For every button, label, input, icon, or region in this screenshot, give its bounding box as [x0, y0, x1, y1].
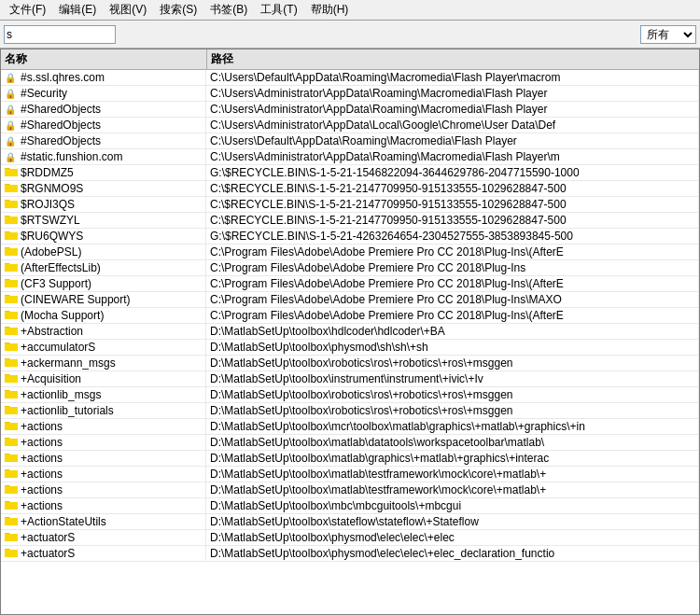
cell-name: 🔒#Security: [1, 86, 206, 101]
table-row[interactable]: +accumulatorSD:\MatlabSetUp\toolbox\phys…: [1, 340, 699, 356]
cell-path: D:\MatlabSetUp\toolbox\physmod\sh\sh\+sh: [206, 340, 699, 356]
table-row[interactable]: +actionsD:\MatlabSetUp\toolbox\matlab\te…: [1, 467, 699, 482]
folder-icon: [5, 214, 18, 227]
row-name: +actions: [21, 436, 63, 449]
search-input[interactable]: [4, 25, 116, 44]
table-row[interactable]: 🔒#SharedObjectsC:\Users\Administrator\Ap…: [1, 118, 699, 133]
cell-name: $RTSWZYL: [1, 213, 206, 228]
table-row[interactable]: +actionsD:\MatlabSetUp\toolbox\matlab\gr…: [1, 451, 699, 467]
cell-path: C:\Users\Administrator\AppData\Roaming\M…: [206, 149, 699, 165]
menu-edit[interactable]: 编辑(E): [53, 0, 102, 20]
row-name: +actions: [21, 468, 63, 481]
toolbar: 所有: [0, 21, 700, 49]
cell-path: D:\MatlabSetUp\toolbox\physmod\elec\elec…: [206, 530, 699, 546]
table-row[interactable]: +actionsD:\MatlabSetUp\toolbox\matlab\te…: [1, 482, 699, 498]
row-name: $RDDMZ5: [21, 166, 74, 179]
lock-icon: 🔒: [5, 105, 18, 115]
menu-view[interactable]: 视图(V): [104, 0, 152, 20]
table-row[interactable]: +ActionStateUtilsD:\MatlabSetUp\toolbox\…: [1, 514, 699, 530]
table-row[interactable]: (Mocha Support)C:\Program Files\Adobe\Ad…: [1, 308, 699, 324]
table-row[interactable]: $ROJI3QSC:\$RECYCLE.BIN\S-1-5-21-2147709…: [1, 197, 699, 213]
menu-tools[interactable]: 工具(T): [255, 0, 302, 20]
table-row[interactable]: 🔒#SharedObjectsC:\Users\Administrator\Ap…: [1, 102, 699, 118]
filter-select[interactable]: 所有: [640, 25, 696, 44]
table-row[interactable]: (CF3 Support)C:\Program Files\Adobe\Adob…: [1, 276, 699, 292]
cell-name: +accumulatorS: [1, 340, 206, 355]
table-row[interactable]: (CINEWARE Support)C:\Program Files\Adobe…: [1, 292, 699, 308]
lock-icon: 🔒: [5, 136, 18, 147]
table-row[interactable]: +actionsD:\MatlabSetUp\toolbox\mbc\mbcgu…: [1, 498, 699, 514]
cell-path: G:\$RECYCLE.BIN\S-1-5-21-4263264654-2304…: [206, 229, 699, 245]
cell-name: +ackermann_msgs: [1, 356, 206, 370]
cell-name: $RDDMZ5: [1, 165, 206, 180]
table-row[interactable]: $RTSWZYLC:\$RECYCLE.BIN\S-1-5-21-2147709…: [1, 213, 699, 229]
cell-name: (AfterEffectsLib): [1, 260, 206, 275]
table-row[interactable]: +AbstractionD:\MatlabSetUp\toolbox\hdlco…: [1, 324, 699, 340]
table-scroll[interactable]: 名称 路径 🔒#s.ssl.qhres.comC:\Users\Default\…: [1, 49, 699, 614]
folder-icon: [5, 293, 18, 306]
row-name: #s.ssl.qhres.com: [21, 71, 105, 84]
cell-path: D:\MatlabSetUp\toolbox\mcr\toolbox\matla…: [206, 419, 699, 435]
cell-name: +actions: [1, 419, 206, 434]
cell-name: +actions: [1, 482, 206, 497]
folder-icon: [5, 277, 18, 290]
cell-path: C:\Program Files\Adobe\Adobe Premiere Pr…: [206, 292, 699, 308]
folder-icon: [5, 245, 18, 259]
row-name: #Security: [21, 87, 67, 100]
table-row[interactable]: +actionlib_msgsD:\MatlabSetUp\toolbox\ro…: [1, 387, 699, 403]
cell-name: (Mocha Support): [1, 308, 206, 323]
folder-icon: [5, 468, 18, 481]
cell-path: G:\$RECYCLE.BIN\S-1-5-21-1546822094-3644…: [206, 165, 699, 181]
cell-path: C:\Users\Administrator\AppData\Roaming\M…: [206, 102, 699, 118]
table-row[interactable]: +actionlib_tutorialsD:\MatlabSetUp\toolb…: [1, 403, 699, 419]
table-row[interactable]: 🔒#s.ssl.qhres.comC:\Users\Default\AppDat…: [1, 70, 699, 86]
table-row[interactable]: (AfterEffectsLib)C:\Program Files\Adobe\…: [1, 260, 699, 276]
cell-path: C:\Program Files\Adobe\Adobe Premiere Pr…: [206, 245, 699, 260]
table-row[interactable]: +actuatorSD:\MatlabSetUp\toolbox\physmod…: [1, 546, 699, 562]
table-row[interactable]: 🔒#SecurityC:\Users\Administrator\AppData…: [1, 86, 699, 102]
row-name: +actionlib_tutorials: [21, 404, 114, 417]
row-name: +ActionStateUtils: [21, 515, 106, 528]
cell-name: 🔒#SharedObjects: [1, 133, 206, 148]
cell-name: +actions: [1, 467, 206, 482]
cell-path: D:\MatlabSetUp\toolbox\matlab\datatools\…: [206, 435, 699, 451]
folder-icon: [5, 531, 18, 544]
table-row[interactable]: $RDDMZ5G:\$RECYCLE.BIN\S-1-5-21-15468220…: [1, 165, 699, 181]
menu-search[interactable]: 搜索(S): [154, 0, 203, 20]
table-container: 名称 路径 🔒#s.ssl.qhres.comC:\Users\Default\…: [0, 49, 700, 615]
menu-help[interactable]: 帮助(H): [305, 0, 355, 20]
table-row[interactable]: $RU6QWYSG:\$RECYCLE.BIN\S-1-5-21-4263264…: [1, 229, 699, 245]
table-row[interactable]: $RGNMO9SC:\$RECYCLE.BIN\S-1-5-21-2147709…: [1, 181, 699, 197]
lock-icon: 🔒: [5, 89, 18, 99]
table-row[interactable]: +AcquisitionD:\MatlabSetUp\toolbox\instr…: [1, 371, 699, 387]
table-row[interactable]: (AdobePSL)C:\Program Files\Adobe\Adobe P…: [1, 245, 699, 260]
table-row[interactable]: +actionsD:\MatlabSetUp\toolbox\matlab\da…: [1, 435, 699, 451]
cell-name: (CINEWARE Support): [1, 292, 206, 307]
table-row[interactable]: +actionsD:\MatlabSetUp\toolbox\mcr\toolb…: [1, 419, 699, 435]
cell-name: $RU6QWYS: [1, 229, 206, 244]
cell-name: +actions: [1, 451, 206, 466]
col-header-path[interactable]: 路径: [206, 49, 699, 70]
cell-path: C:\Program Files\Adobe\Adobe Premiere Pr…: [206, 260, 699, 276]
table-row[interactable]: +ackermann_msgsD:\MatlabSetUp\toolbox\ro…: [1, 356, 699, 371]
cell-name: +actionlib_tutorials: [1, 403, 206, 418]
cell-path: D:\MatlabSetUp\toolbox\robotics\ros\+rob…: [206, 356, 699, 371]
row-name: $RGNMO9S: [21, 182, 83, 195]
folder-icon: [5, 341, 18, 354]
menu-file[interactable]: 文件(F): [4, 0, 51, 20]
cell-name: +actuatorS: [1, 530, 206, 545]
col-header-name[interactable]: 名称: [1, 49, 206, 70]
folder-icon: [5, 388, 18, 401]
cell-name: $RGNMO9S: [1, 181, 206, 196]
folder-icon: [5, 499, 18, 512]
lock-icon: 🔒: [5, 73, 18, 83]
table-row[interactable]: 🔒#SharedObjectsC:\Users\Default\AppData\…: [1, 133, 699, 149]
cell-name: +Abstraction: [1, 324, 206, 339]
table-row[interactable]: +actuatorSD:\MatlabSetUp\toolbox\physmod…: [1, 530, 699, 546]
cell-name: +actuatorS: [1, 546, 206, 561]
cell-name: 🔒#SharedObjects: [1, 102, 206, 117]
row-name: (CF3 Support): [21, 277, 91, 290]
table-row[interactable]: 🔒#static.funshion.comC:\Users\Administra…: [1, 149, 699, 165]
cell-name: 🔒#s.ssl.qhres.com: [1, 70, 206, 85]
menu-bookmark[interactable]: 书签(B): [204, 0, 253, 20]
